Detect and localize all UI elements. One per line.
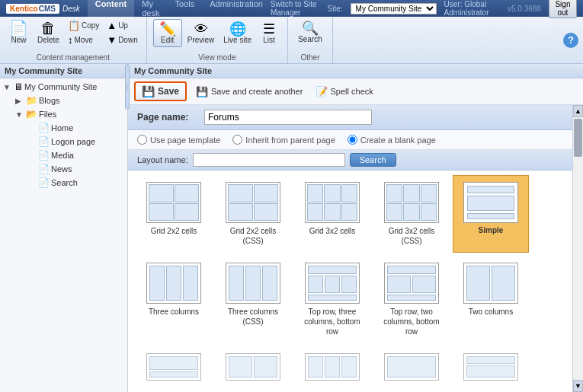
version: v5.0.3688 — [508, 5, 541, 13]
layout-item-partial2[interactable] — [215, 346, 291, 387]
layout-item-grid3x2css[interactable]: Grid 3x2 cells (CSS) — [373, 175, 450, 253]
layout-item-threecol[interactable]: Three columns — [136, 256, 212, 343]
layout-thumb-threecolcss — [226, 263, 280, 304]
tree-root: ▼ 🖥 My Community Site ▶ 📁 Blogs ▼ 📂 File… — [0, 78, 127, 191]
tree-item-logon[interactable]: 📄 Logon page — [24, 135, 127, 148]
live-site-button[interactable]: 🌐 Live site — [219, 20, 255, 46]
radio-inherit-parent-label: Inherit from parent page — [245, 135, 335, 145]
switch-to-site-manager[interactable]: Switch to Site Manager — [271, 0, 320, 17]
site-selector[interactable]: My Community Site — [351, 3, 437, 14]
scroll-thumb[interactable] — [574, 119, 582, 157]
layout-item-partial4[interactable] — [373, 346, 450, 387]
layout-thumb-partial3 — [305, 353, 360, 381]
save-button[interactable]: 💾 Save — [134, 81, 187, 101]
save-label: Save — [158, 86, 179, 97]
down-button[interactable]: ▼Down — [104, 33, 139, 46]
layout-item-toprow2col[interactable]: Top row, two columns, bottom row — [373, 256, 450, 343]
page-name-input[interactable] — [204, 110, 372, 125]
layout-item-partial3[interactable] — [294, 346, 370, 387]
page-icon-home: 📄 — [38, 123, 50, 133]
tree-item-home[interactable]: 📄 Home — [24, 121, 127, 135]
radio-group: Use page template Inherit from parent pa… — [128, 130, 572, 150]
nav-admin[interactable]: Administration — [202, 0, 271, 19]
spell-check-button[interactable]: 📝 Spell check — [312, 84, 376, 99]
content-inner: Page name: Use page template Inherit fro… — [128, 105, 572, 392]
layout-name-twocol: Two columns — [469, 307, 513, 317]
save-create-button[interactable]: 💾 Save and create another — [193, 84, 306, 99]
save-create-icon: 💾 — [196, 86, 208, 97]
radio-use-template[interactable]: Use page template — [137, 135, 220, 145]
preview-button[interactable]: 👁 Preview — [184, 20, 219, 46]
scroll-down-button[interactable]: ▼ — [573, 380, 583, 392]
scroll-up-button[interactable]: ▲ — [573, 105, 583, 117]
radio-create-blank[interactable]: Create a blank page — [348, 135, 436, 145]
delete-button[interactable]: 🗑 Delete — [34, 19, 62, 46]
copy-button[interactable]: 📋Copy — [66, 19, 101, 32]
tree-label-blogs: Blogs — [39, 96, 60, 105]
radio-use-template-input[interactable] — [137, 135, 147, 145]
tree-item-blogs[interactable]: ▶ 📁 Blogs — [12, 94, 127, 107]
scroll-track[interactable] — [573, 117, 583, 380]
content-breadcrumb: My Community Site — [128, 64, 583, 78]
layout-name-threecolcss: Three columns (CSS) — [220, 307, 286, 327]
layout-item-toprow3col[interactable]: Top row, three columns, bottom row — [294, 256, 370, 343]
layout-item-grid3x2[interactable]: Grid 3x2 cells — [294, 175, 370, 253]
search-button[interactable]: 🔍 Search — [294, 19, 326, 46]
tree-item-media[interactable]: 📄 Media — [24, 148, 127, 162]
tree-item-search[interactable]: 📄 Search — [24, 176, 127, 190]
layout-thumb-partial5 — [463, 353, 518, 381]
content-mgmt-label: Content management — [37, 53, 110, 62]
sidebar-resize-handle[interactable]: ⋮ — [125, 64, 128, 110]
layout-thumb-partial2 — [226, 353, 280, 381]
layout-item-partial5[interactable] — [453, 346, 529, 387]
user-label: User: Global Administrator — [444, 0, 500, 17]
view-mode-label: View mode — [198, 53, 235, 62]
edit-button[interactable]: ✏️ Edit — [153, 19, 182, 47]
radio-inherit-parent[interactable]: Inherit from parent page — [232, 135, 335, 145]
layout-name-threecol: Three columns — [149, 307, 199, 317]
new-button[interactable]: 📄 New — [6, 19, 31, 46]
tree-item-root[interactable]: ▼ 🖥 My Community Site — [0, 80, 127, 94]
logo[interactable]: Kentico CMS Desk — [6, 4, 80, 14]
layout-item-twocol[interactable]: Two columns — [453, 256, 529, 343]
layout-item-partial1[interactable] — [136, 346, 212, 387]
layout-thumb-threecol — [146, 263, 201, 304]
tree-label-search: Search — [51, 178, 78, 187]
layout-search-button[interactable]: Search — [350, 153, 396, 167]
layout-thumb-toprow2col — [384, 263, 439, 304]
nav-mydesk[interactable]: My desk — [134, 0, 167, 19]
sidebar-breadcrumb: My Community Site — [0, 64, 127, 78]
toolbar-group-view-mode: ✏️ Edit 👁 Preview 🌐 Live site ☰ List Vie… — [147, 18, 288, 63]
layout-name-grid3x2css: Grid 3x2 cells (CSS) — [379, 226, 444, 246]
tree-label-files: Files — [39, 110, 56, 119]
tree-item-files[interactable]: ▼ 📂 Files — [12, 107, 127, 121]
scrollbar[interactable]: ▲ ▼ — [572, 105, 583, 392]
help-icon[interactable]: ? — [563, 33, 578, 48]
layout-item-threecolcss[interactable]: Three columns (CSS) — [215, 256, 291, 343]
radio-create-blank-input[interactable] — [348, 135, 357, 145]
tree-item-news[interactable]: 📄 News — [24, 162, 127, 176]
spell-check-icon: 📝 — [316, 86, 328, 97]
radio-inherit-parent-input[interactable] — [232, 135, 242, 145]
layout-name-toprow3col: Top row, three columns, bottom row — [300, 307, 365, 336]
signout-button[interactable]: Sign out — [549, 0, 577, 18]
sidebar: My Community Site ▼ 🖥 My Community Site … — [0, 64, 128, 392]
list-button[interactable]: ☰ List — [257, 20, 281, 46]
logo-cms: CMS — [39, 5, 56, 13]
move-button[interactable]: ↕Move — [66, 33, 101, 46]
tree-toggle-blogs[interactable]: ▶ — [15, 97, 24, 105]
tree-label-home: Home — [51, 123, 73, 132]
layout-item-grid2x2css[interactable]: Grid 2x2 cells (CSS) — [215, 175, 291, 253]
layout-item-grid2x2[interactable]: Grid 2x2 cells — [136, 175, 212, 253]
layout-thumb-partial4 — [384, 353, 439, 381]
layout-thumb-simple — [463, 182, 518, 223]
tree-toggle-files[interactable]: ▼ — [15, 110, 24, 119]
up-button[interactable]: ▲Up — [104, 19, 139, 32]
tree-toggle-root[interactable]: ▼ — [3, 83, 12, 91]
page-icon-media: 📄 — [38, 150, 50, 161]
nav-content[interactable]: Content — [88, 0, 135, 19]
nav-tools[interactable]: Tools — [168, 0, 203, 19]
layout-item-simple[interactable]: Simple — [453, 175, 529, 253]
layout-search-input[interactable] — [193, 153, 345, 167]
layout-name-simple: Simple — [479, 226, 504, 234]
